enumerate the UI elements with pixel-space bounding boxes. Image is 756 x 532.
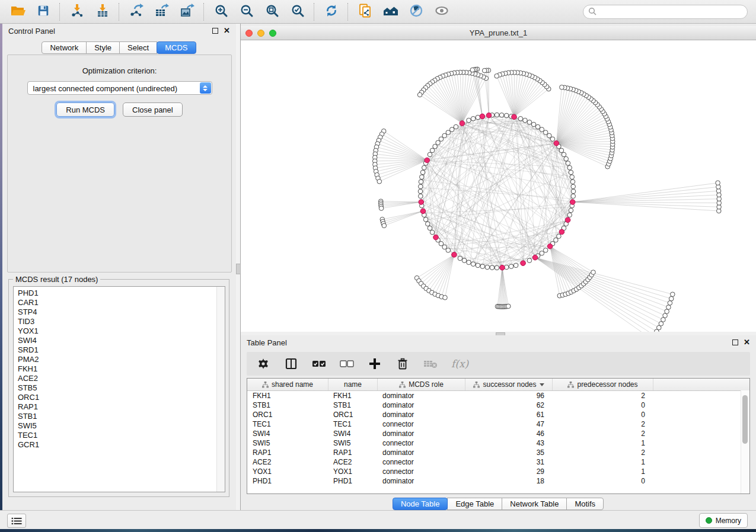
table-row[interactable]: RAP1RAP1dominator352 bbox=[247, 448, 749, 457]
search-box[interactable] bbox=[583, 5, 748, 19]
import-table-button[interactable] bbox=[90, 2, 115, 22]
mcds-result-item[interactable]: STP4 bbox=[18, 307, 225, 317]
open-file-button[interactable] bbox=[5, 2, 30, 22]
mcds-result-item[interactable]: SWI5 bbox=[18, 421, 225, 431]
column-header-mcds-role[interactable]: MCDS role bbox=[378, 379, 465, 390]
tab-style[interactable]: Style bbox=[86, 41, 120, 54]
new-network-button[interactable] bbox=[352, 2, 378, 22]
table-cell: SWI4 bbox=[247, 430, 328, 438]
zoom-out-button[interactable] bbox=[234, 2, 259, 22]
splitter-handle[interactable] bbox=[236, 264, 241, 274]
network-canvas[interactable] bbox=[241, 40, 756, 332]
mcds-result-item[interactable]: CAR1 bbox=[18, 298, 225, 307]
mcds-result-item[interactable]: FKH1 bbox=[18, 364, 225, 374]
tab-network[interactable]: Network bbox=[42, 41, 87, 54]
mcds-result-list[interactable]: PHD1CAR1STP4TID3YOX1SWI4SRD1PMA2FKH1ACE2… bbox=[13, 286, 225, 492]
mcds-result-item[interactable]: YOX1 bbox=[18, 326, 225, 336]
table-row[interactable]: PHD1PHD1dominator180 bbox=[247, 476, 749, 486]
import-network-button[interactable] bbox=[64, 2, 90, 22]
home-button[interactable] bbox=[378, 2, 403, 22]
table-row[interactable]: YOX1YOX1connector291 bbox=[247, 467, 749, 476]
mcds-result-item[interactable]: SRD1 bbox=[18, 345, 225, 355]
hide-graphics-details-button[interactable] bbox=[403, 2, 429, 22]
tab-motifs[interactable]: Motifs bbox=[566, 498, 604, 510]
table-cell: dominator bbox=[378, 430, 465, 438]
mcds-result-item[interactable]: PHD1 bbox=[18, 289, 225, 298]
table-cell: connector bbox=[378, 420, 465, 428]
mcds-result-item[interactable]: TEC1 bbox=[18, 431, 225, 440]
mcds-list-scrollbar[interactable] bbox=[216, 287, 225, 492]
settings-gear-icon[interactable] bbox=[256, 357, 270, 371]
column-header-successor-nodes[interactable]: successor nodes bbox=[465, 379, 553, 390]
mcds-result-item[interactable]: SWI4 bbox=[18, 336, 225, 345]
float-panel-icon[interactable] bbox=[732, 339, 738, 345]
mcds-result-item[interactable]: ORC1 bbox=[18, 393, 225, 402]
task-history-button[interactable] bbox=[7, 514, 26, 528]
table-row[interactable]: SWI5SWI5connector431 bbox=[247, 438, 749, 448]
network-window-titlebar[interactable]: YPA_prune.txt_1 bbox=[241, 26, 756, 40]
tab-network-table[interactable]: Network Table bbox=[502, 498, 567, 510]
tab-edge-table[interactable]: Edge Table bbox=[447, 498, 502, 510]
toolbar-separator bbox=[203, 3, 205, 21]
show-graphics-details-button[interactable] bbox=[429, 2, 454, 22]
run-mcds-button[interactable]: Run MCDS bbox=[56, 102, 114, 117]
table-cell: 1 bbox=[553, 467, 653, 476]
mcds-result-item[interactable]: STB1 bbox=[18, 412, 225, 421]
table-cell: SWI5 bbox=[328, 439, 378, 447]
optimization-criterion-label: Optimization criterion: bbox=[8, 66, 231, 75]
add-icon[interactable] bbox=[368, 357, 382, 371]
export-image-button[interactable] bbox=[174, 2, 200, 22]
table-row[interactable]: ORC1ORC1dominator610 bbox=[247, 410, 749, 419]
main-toolbar bbox=[0, 0, 756, 24]
refresh-button[interactable] bbox=[318, 2, 344, 22]
column-header-name[interactable]: name bbox=[328, 379, 378, 390]
table-cell: 2 bbox=[553, 392, 653, 400]
save-button[interactable] bbox=[30, 2, 56, 22]
table-row[interactable]: ACE2ACE2connector311 bbox=[247, 457, 749, 467]
close-panel-icon[interactable]: ✕ bbox=[224, 28, 230, 34]
show-columns-icon[interactable] bbox=[284, 357, 298, 371]
table-scrollbar[interactable] bbox=[741, 390, 749, 493]
tab-node-table[interactable]: Node Table bbox=[393, 498, 448, 510]
mcds-result-item[interactable]: GCR1 bbox=[18, 440, 225, 450]
select-all-icon[interactable] bbox=[312, 357, 326, 371]
zoom-selected-button[interactable] bbox=[285, 2, 310, 22]
control-panel: Control Panel ✕ NetworkStyleSelectMCDS O… bbox=[2, 24, 236, 510]
application-window: Control Panel ✕ NetworkStyleSelectMCDS O… bbox=[0, 0, 756, 532]
close-panel-icon[interactable]: ✕ bbox=[744, 339, 750, 345]
table-cell: ACE2 bbox=[247, 458, 328, 466]
table-row[interactable]: FKH1FKH1dominator962 bbox=[247, 391, 749, 400]
mcds-result-item[interactable]: PMA2 bbox=[18, 355, 225, 364]
optimization-criterion-select[interactable]: largest connected component (undirected) bbox=[27, 81, 212, 95]
export-network-button[interactable] bbox=[123, 2, 149, 22]
scrollbar-thumb[interactable] bbox=[742, 395, 748, 444]
mcds-result-item[interactable]: ACE2 bbox=[18, 374, 225, 383]
hide-graphics-details-icon bbox=[409, 4, 423, 20]
mcds-result-item[interactable]: RAP1 bbox=[18, 402, 225, 412]
mcds-result-item[interactable]: STB5 bbox=[18, 383, 225, 393]
unselect-all-icon[interactable] bbox=[340, 357, 354, 371]
memory-button[interactable]: Memory bbox=[699, 513, 748, 528]
column-header-predecessor-nodes[interactable]: predecessor nodes bbox=[553, 379, 653, 390]
vertical-splitter[interactable] bbox=[236, 24, 241, 510]
search-input[interactable] bbox=[599, 7, 747, 17]
float-panel-icon[interactable] bbox=[212, 28, 218, 34]
export-table-button[interactable] bbox=[149, 2, 174, 22]
control-panel-title: Control Panel bbox=[8, 27, 55, 36]
table-row[interactable]: TEC1TEC1connector472 bbox=[247, 419, 749, 429]
table-row[interactable]: STB1STB1dominator620 bbox=[247, 400, 749, 410]
column-header-shared-name[interactable]: shared name bbox=[247, 379, 328, 390]
toolbar-separator bbox=[119, 3, 120, 21]
delete-icon[interactable] bbox=[395, 357, 410, 371]
import-network-icon bbox=[70, 4, 84, 20]
table-cell: YOX1 bbox=[247, 467, 328, 476]
table-row[interactable]: SWI4SWI4dominator462 bbox=[247, 429, 749, 438]
mcds-result-title: MCDS result (17 nodes) bbox=[13, 275, 100, 284]
network-view[interactable] bbox=[241, 40, 756, 332]
tab-select[interactable]: Select bbox=[119, 41, 157, 54]
zoom-in-button[interactable] bbox=[208, 2, 234, 22]
mcds-result-item[interactable]: TID3 bbox=[18, 317, 225, 326]
tab-mcds[interactable]: MCDS bbox=[157, 41, 196, 54]
zoom-fit-button[interactable] bbox=[259, 2, 285, 22]
close-panel-button[interactable]: Close panel bbox=[123, 102, 183, 117]
